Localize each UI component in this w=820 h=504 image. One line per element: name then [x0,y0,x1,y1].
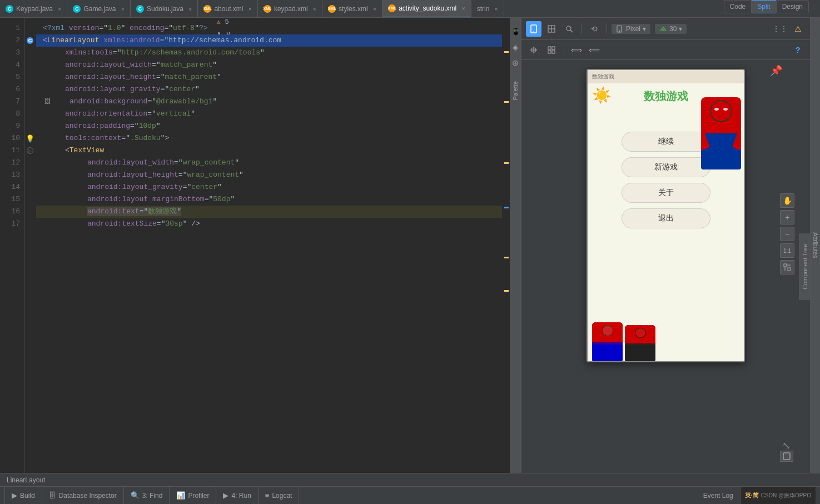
find-status[interactable]: 🔍 3: Find [124,487,170,505]
pin-handle[interactable]: 📌 [770,64,782,77]
tab-keypad-xml[interactable]: XML keypad.xml × [258,0,322,18]
tab-activity-sudoku-xml[interactable]: XML activity_sudoku.xml × [382,0,471,18]
code-line-13: android:layout_height="wrap_content" [36,169,502,181]
scroll-tick-3 [504,162,509,164]
svg-rect-12 [548,47,551,49]
svg-rect-20 [783,453,790,460]
close-tab-game[interactable]: × [121,6,125,12]
scroll-tick-4 [504,207,509,208]
second-sep-1 [564,44,564,56]
tab-keypad-java[interactable]: C Keypad.java × [0,0,67,18]
palette-label[interactable]: Palette [510,77,520,104]
toolbar-phone-btn[interactable] [526,21,541,37]
palette-phone-icon[interactable]: 📱 [509,26,521,38]
build-status[interactable]: ▶ Build [4,487,42,505]
tab-bar: C Keypad.java × C Game.java × C Sudoku.j… [0,0,820,18]
line-numbers: 1 2 3 4 5 6 7 8 9 10 11 12 13 14 15 16 1… [0,18,25,473]
toolbar-sep-2 [607,23,607,34]
preview-content: ☀️ 数独游戏 [588,83,744,361]
profiler-status[interactable]: 📊 Profiler [170,487,216,505]
svg-rect-13 [552,47,555,49]
database-inspector-status[interactable]: 🗄 Database Inspector [42,487,124,505]
close-tab-activity-sudoku[interactable]: × [461,5,465,12]
close-tab-about[interactable]: × [248,6,251,12]
toolbar-vertical-btn[interactable]: ⟸ [587,42,602,58]
palette-zoom-icon[interactable]: ⊕ [509,57,521,69]
new-game-btn: 新游戏 [622,157,710,177]
run-icon: ▶ [223,491,228,500]
logcat-status[interactable]: ≡ Logcat [259,487,300,505]
zoom-reset-btn[interactable]: 1:1 [780,243,794,258]
zoom-out-btn[interactable]: − [780,227,794,241]
chevron-indicator-11[interactable]: ▷ [27,147,33,154]
event-log-status[interactable]: Event Log [697,487,741,505]
toolbar-sep-1 [582,23,582,34]
xml-icon-about: XML [203,5,211,13]
svg-rect-17 [788,268,791,271]
close-tab-styles[interactable]: × [373,6,376,12]
scroll-tick-5 [504,257,509,258]
close-tab-sudoku[interactable]: × [188,6,192,12]
code-line-17: android:textSize="30sp" /> [36,218,502,230]
svg-point-5 [566,26,571,31]
svg-rect-14 [548,51,551,53]
svg-point-8 [619,31,619,31]
tab-strin[interactable]: strin × [471,0,504,18]
close-tab-strin[interactable]: × [494,6,498,12]
code-editor[interactable]: <?xml version="1.0" encoding="utf-8"?> ⚠… [36,18,502,473]
toolbar-help-btn[interactable]: ? [790,42,806,58]
palette-eraser-icon[interactable]: ◈ [509,41,521,53]
xml-icon-keypad: XML [264,5,271,13]
tab-styles-xml[interactable]: XML styles.xml × [322,0,382,18]
attributes-panel[interactable]: Attributes [810,18,820,473]
tab-sudoku-java[interactable]: C Sudoku.java × [131,0,198,18]
code-line-12: android:layout_width="wrap_content" [36,157,502,169]
close-tab-keypad-xml[interactable]: × [313,6,316,12]
sun-character: ☀️ [592,86,612,104]
pixel-selector[interactable]: Pixel ▾ [612,24,650,34]
api-selector[interactable]: 30 ▾ [655,24,687,34]
toolbar-hand-btn[interactable] [526,42,541,58]
zoom-in-btn[interactable]: + [780,210,794,224]
build-icon: ▶ [12,491,17,500]
run-status[interactable]: ▶ 4: Run [216,487,258,505]
component-tree-tab[interactable]: Component Tree [799,233,810,300]
code-line-16: android:text="数独游戏" [36,206,502,218]
breadcrumb-bar: LinearLayout [0,473,820,486]
svg-rect-15 [552,51,555,53]
bulb-indicator-10[interactable]: 💡 [26,134,34,143]
resize-handle[interactable]: ⤡ [782,440,793,451]
svg-line-6 [570,30,573,32]
breakpoint-2[interactable]: C [27,37,33,44]
tab-about-xml[interactable]: XML about.xml × [198,0,257,18]
rotate-handle[interactable] [780,451,793,462]
code-panel: 1 2 3 4 5 6 7 8 9 10 11 12 13 14 15 16 1… [0,18,521,473]
scroll-strip[interactable] [502,18,510,473]
phone-preview: 数独游戏 ☀️ 数独游戏 [587,69,745,362]
code-line-9: android:padding="10dp" [36,120,502,132]
svg-point-1 [533,31,534,32]
xml-icon-activity-sudoku: XML [388,4,396,12]
toolbar-warning-btn[interactable]: ⚠ [790,21,806,37]
tab-game-java[interactable]: C Game.java × [67,0,130,18]
toolbar-back-btn[interactable]: ⟲ [587,21,602,37]
toolbar-horizontal-btn[interactable]: ⟺ [569,42,584,58]
toolbar-more-btn[interactable]: ⋮⋮ [772,21,788,37]
toolbar-zoom-fit-btn[interactable] [561,21,577,37]
phone-status-bar: 数独游戏 [588,70,744,83]
bottom-characters [588,314,744,361]
code-line-18 [36,230,502,242]
toolbar-blueprint-btn[interactable] [544,21,559,37]
profiler-icon: 📊 [176,491,185,500]
code-line-11: <TextView [36,144,502,157]
code-line-2: <LinearLayout xmlns:android="http://sche… [36,34,502,47]
close-tab-keypad[interactable]: × [58,6,61,12]
palette-tab[interactable]: 📱 ◈ ⊕ Palette [510,18,521,473]
breadcrumb-text: LinearLayout [7,476,45,484]
hand-tool-btn[interactable]: ✋ [780,193,794,208]
scroll-tick-1 [504,51,509,53]
code-line-6: android:layout_gravity="center" [36,83,502,96]
toolbar-grid-btn[interactable] [544,42,559,58]
zoom-fit-btn[interactable] [780,260,794,275]
find-icon: 🔍 [131,491,140,500]
